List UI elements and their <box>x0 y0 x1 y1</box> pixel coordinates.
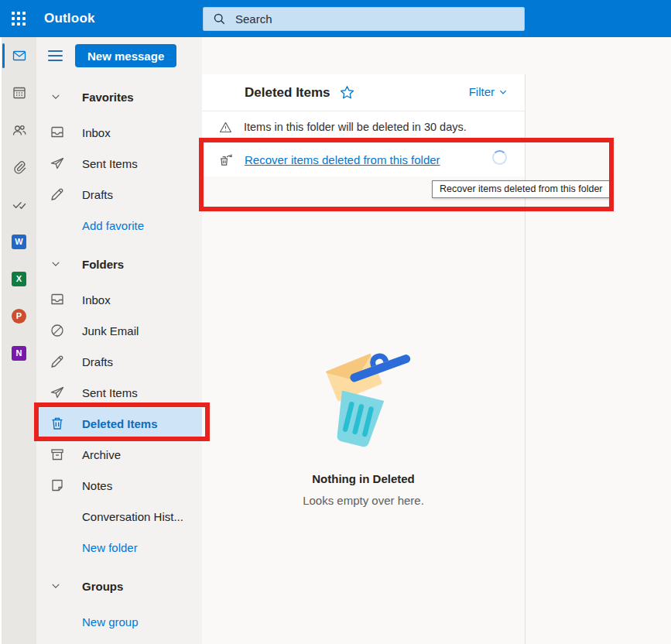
rail-item-mail[interactable] <box>2 37 36 74</box>
section-header-folders[interactable]: Folders <box>36 248 202 279</box>
recover-items-row[interactable]: Recover items deleted from this folder <box>202 143 525 176</box>
sidebar-item-label: Inbox <box>82 293 111 307</box>
sidebar-item-label: Drafts <box>82 355 113 368</box>
chevron-down-icon <box>50 91 61 102</box>
rail-item-word[interactable]: W <box>2 223 36 260</box>
icon-spacer <box>50 614 65 629</box>
sidebar-item-label: Sent Items <box>82 157 138 170</box>
sidebar-item-label: Drafts <box>82 188 113 201</box>
favorite-star-icon[interactable] <box>340 85 354 100</box>
word-icon: W <box>12 235 26 249</box>
waffle-icon <box>12 12 26 26</box>
section-label: Favorites <box>82 91 134 104</box>
empty-state-subtitle: Looks empty over here. <box>202 494 525 507</box>
recover-items-link[interactable]: Recover items deleted from this folder <box>245 153 440 166</box>
icon-spacer <box>50 218 65 233</box>
sidebar-item-inbox[interactable]: Inbox <box>36 284 202 315</box>
attachments-icon <box>12 159 27 175</box>
sidebar-item-add-favorite[interactable]: Add favorite <box>36 210 202 241</box>
inbox-icon <box>50 292 65 307</box>
sidebar-item-label: Sent Items <box>82 386 138 399</box>
empty-state: Nothing in Deleted Looks empty over here… <box>202 345 525 507</box>
page-title: Deleted Items <box>245 85 330 101</box>
sidebar-item-label: Archive <box>82 448 121 461</box>
pencil-icon <box>50 187 65 202</box>
pencil-icon <box>50 354 65 369</box>
sidebar-item-drafts[interactable]: Drafts <box>36 346 202 377</box>
note-icon <box>50 478 65 493</box>
search-icon <box>213 12 226 26</box>
sidebar-item-label: Conversation Hist... <box>82 510 183 523</box>
sidebar-item-label: Inbox <box>82 126 111 139</box>
brand-title: Outlook <box>44 11 95 26</box>
folder-sidebar: New message FavoritesInboxSent ItemsDraf… <box>36 37 202 644</box>
tooltip: Recover items deleted from this folder <box>432 180 611 198</box>
trash-icon <box>50 416 65 431</box>
sidebar-item-label: Add favorite <box>82 219 144 232</box>
onenote-icon: N <box>12 346 26 361</box>
recover-trash-icon <box>218 152 234 168</box>
icon-spacer <box>50 540 65 555</box>
sidebar-item-archive[interactable]: Archive <box>36 439 202 470</box>
mail-toolbar: New message <box>36 37 202 74</box>
people-icon <box>12 122 27 138</box>
section-label: Folders <box>82 258 124 271</box>
sidebar-item-conversation-hist[interactable]: Conversation Hist... <box>36 501 202 532</box>
powerpoint-icon: P <box>12 309 26 324</box>
calendar-icon <box>12 85 27 101</box>
mail-icon <box>12 48 27 63</box>
retention-notice: Items in this folder will be deleted in … <box>202 111 525 143</box>
nav-section-folders: FoldersInboxJunk EmailDraftsSent ItemsDe… <box>36 248 202 563</box>
chevron-down-icon <box>50 581 61 591</box>
inbox-icon <box>50 125 65 140</box>
section-label: Groups <box>82 580 123 593</box>
sidebar-item-label: Junk Email <box>82 324 139 337</box>
retention-notice-text: Items in this folder will be deleted in … <box>244 121 467 133</box>
section-header-favorites[interactable]: Favorites <box>36 81 202 112</box>
block-icon <box>50 323 65 338</box>
search-box[interactable] <box>203 7 525 31</box>
sidebar-item-label: Deleted Items <box>82 417 158 430</box>
sidebar-item-notes[interactable]: Notes <box>36 470 202 501</box>
empty-trash-illustration <box>307 345 419 461</box>
sidebar-item-sent-items[interactable]: Sent Items <box>36 377 202 408</box>
chevron-down-icon <box>498 87 508 97</box>
search-input[interactable] <box>235 12 491 26</box>
filter-label: Filter <box>469 85 495 98</box>
sidebar-item-inbox[interactable]: Inbox <box>36 117 202 148</box>
loading-spinner <box>492 150 507 165</box>
sidebar-item-drafts[interactable]: Drafts <box>36 179 202 210</box>
rail-item-excel[interactable]: X <box>2 260 36 297</box>
filter-button[interactable]: Filter <box>469 85 508 98</box>
rail-item-tasks[interactable] <box>2 186 36 223</box>
sidebar-item-new-group[interactable]: New group <box>36 606 202 637</box>
rail-item-onenote[interactable]: N <box>2 334 36 372</box>
sidebar-item-sent-items[interactable]: Sent Items <box>36 148 202 179</box>
nav-section-favorites: FavoritesInboxSent ItemsDraftsAdd favori… <box>36 81 202 241</box>
top-bar: Outlook <box>0 0 671 37</box>
send-icon <box>50 156 65 171</box>
tasks-icon <box>12 197 27 212</box>
new-message-button[interactable]: New message <box>75 44 176 67</box>
hamburger-menu-icon[interactable] <box>48 47 65 64</box>
send-icon <box>50 385 65 400</box>
sidebar-item-junk-email[interactable]: Junk Email <box>36 315 202 346</box>
excel-icon: X <box>12 272 26 286</box>
sidebar-item-label: New folder <box>82 541 138 554</box>
icon-spacer <box>50 509 65 524</box>
warning-icon <box>219 121 232 134</box>
empty-state-title: Nothing in Deleted <box>202 472 525 485</box>
nav-section-groups: GroupsNew group <box>36 570 202 637</box>
message-list-pane: Deleted Items Filter Items in this folde… <box>202 74 525 644</box>
archive-icon <box>50 447 65 462</box>
sidebar-item-deleted-items[interactable]: Deleted Items <box>36 408 202 439</box>
rail-item-calendar[interactable] <box>2 74 36 111</box>
rail-item-attachments[interactable] <box>2 149 36 186</box>
rail-item-powerpoint[interactable]: P <box>2 297 36 334</box>
sidebar-item-label: New group <box>82 615 139 629</box>
rail-item-people[interactable] <box>2 111 36 149</box>
app-launcher-button[interactable] <box>0 0 37 37</box>
section-header-groups[interactable]: Groups <box>36 570 202 601</box>
sidebar-item-label: Notes <box>82 479 112 492</box>
sidebar-item-new-folder[interactable]: New folder <box>36 532 202 563</box>
